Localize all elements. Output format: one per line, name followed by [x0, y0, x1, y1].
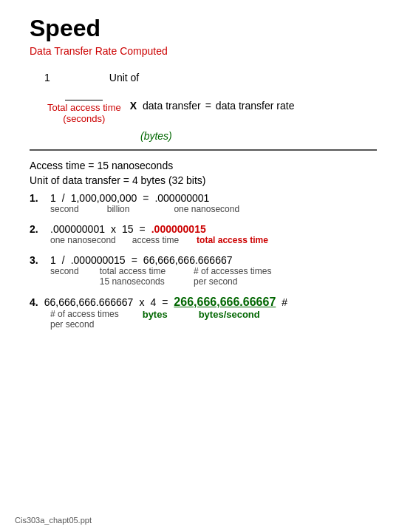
step2-lbl2: access time — [132, 235, 179, 245]
step2-row: 2. .000000001 x 15 = .000000015 — [30, 223, 377, 235]
step1-val2: 1,000,000,000 — [71, 192, 137, 204]
step4-labels: # of access timesper second bytes bytes/… — [30, 309, 377, 330]
page-title: Speed — [30, 15, 377, 42]
step3-val1: 1 — [50, 254, 56, 266]
subtitle: Data Transfer Rate Computed — [30, 45, 377, 57]
step4-val1: 66,666,666.666667 — [44, 296, 134, 308]
formula-line-1: 1 Unit of — [44, 72, 377, 83]
bytes-label: (bytes) — [44, 130, 377, 142]
step1-div: / — [62, 192, 65, 204]
step3-eq: = — [132, 254, 137, 266]
step4-val2: 4 — [150, 296, 156, 308]
step4-row: 4. 66,666,666.666667 x 4 = 266,666,666.6… — [30, 296, 377, 309]
step4-num: 4. — [30, 296, 38, 308]
step2-val1: .000000001 — [50, 223, 105, 235]
step2-result: .000000015 — [151, 223, 206, 235]
step4-x: x — [139, 296, 144, 308]
step-4: 4. 66,666,666.666667 x 4 = 266,666,666.6… — [30, 296, 377, 330]
step4-eq: = — [162, 296, 168, 308]
frac-top — [65, 86, 103, 100]
fraction: Total access time(seconds) — [44, 86, 124, 124]
step1-lbl-sp1: billion — [107, 204, 130, 214]
step-1: 1. 1 / 1,000,000,000 = .000000001 second… — [30, 192, 377, 214]
data-transfer-label: data transfer — [143, 100, 201, 112]
unit-transfer-text: Unit of data transfer = 4 bytes (32 bits… — [30, 174, 377, 186]
formula-line-2: Total access time(seconds) X data transf… — [44, 86, 377, 124]
step3-labels: second total access time15 nanoseconds #… — [30, 266, 377, 287]
equals-symbol: = — [205, 100, 211, 112]
step3-num: 3. — [30, 254, 44, 266]
footer: Cis303a_chapt05.ppt — [15, 516, 92, 525]
frac-bot: Total access time(seconds) — [44, 100, 124, 124]
frac-sub: (seconds) — [63, 113, 105, 124]
access-time-section: Access time = 15 nanoseconds Unit of dat… — [30, 160, 377, 186]
step-2: 2. .000000001 x 15 = .000000015 one nano… — [30, 223, 377, 245]
x-symbol: X — [130, 100, 137, 112]
step3-result: 66,666,666.666667 — [143, 254, 233, 266]
step1-row: 1. 1 / 1,000,000,000 = .000000001 — [30, 192, 377, 204]
formula-section: 1 Unit of Total access time(seconds) X d… — [30, 72, 377, 142]
step1-labels: second billion one nanosecond — [30, 204, 377, 214]
divider — [30, 149, 377, 151]
step2-num: 2. — [30, 223, 44, 235]
step3-lbl3: # of accesses timesper second — [194, 266, 271, 287]
step1-lbl1: second — [50, 204, 79, 214]
step2-labels: one nanosecond access time total access … — [30, 235, 377, 245]
formula-numerator-label: 1 — [44, 72, 50, 83]
step2-eq: = — [140, 223, 146, 235]
formula-unit-of: Unit of — [109, 72, 139, 83]
step2-x: x — [111, 223, 116, 235]
step1-num: 1. — [30, 192, 44, 204]
step4-hash: # — [282, 296, 287, 308]
step3-div: / — [62, 254, 65, 266]
step3-row: 3. 1 / .000000015 = 66,666,666.666667 — [30, 254, 377, 266]
step4-result: 266,666,666.66667 — [174, 296, 276, 309]
step2-val2: 15 — [122, 223, 134, 235]
step3-val2: .000000015 — [71, 254, 126, 266]
step2-lbl3: total access time — [197, 235, 268, 245]
step-3: 3. 1 / .000000015 = 66,666,666.666667 se… — [30, 254, 377, 287]
step3-lbl2: total access time15 nanoseconds — [100, 266, 166, 287]
footer-text: Cis303a_chapt05.ppt — [15, 516, 92, 525]
access-time-text: Access time = 15 nanoseconds — [30, 160, 377, 171]
page: Speed Data Transfer Rate Computed 1 Unit… — [0, 0, 399, 353]
step4-lbl1: # of access timesper second — [50, 309, 119, 330]
step3-lbl1: second — [50, 266, 79, 287]
result-label: data transfer rate — [216, 100, 295, 112]
step1-result: .000000001 — [154, 192, 209, 204]
step1-lbl-sp2: one nanosecond — [174, 204, 239, 214]
step1-eq: = — [143, 192, 149, 204]
step2-lbl1: one nanosecond — [50, 235, 116, 245]
step1-val1: 1 — [50, 192, 56, 204]
step4-lbl2: bytes — [143, 309, 168, 330]
step4-lbl3: bytes/second — [199, 309, 260, 330]
bytes-italic: (bytes) — [140, 130, 172, 142]
